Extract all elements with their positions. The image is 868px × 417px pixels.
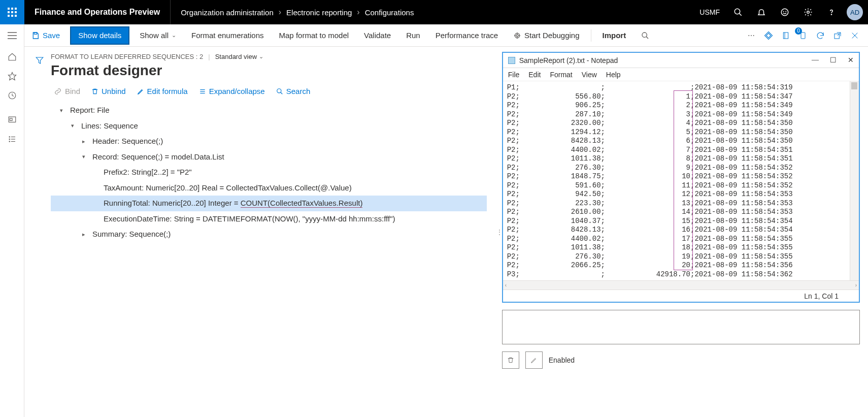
tree-label: Lines: Sequence <box>81 119 138 134</box>
smiley-icon[interactable] <box>775 0 795 24</box>
tree-node-taxamount[interactable]: TaxAmount: Numeric[20..20] Real = Collec… <box>51 180 487 196</box>
toolbar-search-icon[interactable] <box>634 24 656 47</box>
description-textarea[interactable] <box>502 310 860 344</box>
validate-label: Validate <box>364 31 391 40</box>
delete-button[interactable] <box>502 351 519 369</box>
save-icon <box>31 31 40 40</box>
svg-point-3 <box>783 11 784 12</box>
start-debugging-button[interactable]: Start Debugging <box>506 24 586 47</box>
minimize-icon[interactable]: — <box>812 56 819 65</box>
tree-node-report[interactable]: ▾Report: File <box>51 103 487 118</box>
menu-edit[interactable]: Edit <box>528 71 541 79</box>
hamburger-button[interactable] <box>0 24 24 47</box>
tree-node-summary[interactable]: ▸Summary: Sequence(;) <box>51 227 487 242</box>
attachments-icon[interactable]: 0 <box>798 30 808 41</box>
tree-label: Header: Sequence(;) <box>92 134 163 149</box>
filter-icon[interactable] <box>35 56 44 242</box>
search-icon[interactable] <box>728 0 748 24</box>
save-button[interactable]: Save <box>24 24 67 47</box>
unbind-link[interactable]: Unbind <box>91 87 126 95</box>
office-icon[interactable] <box>781 30 791 41</box>
tree-node-header[interactable]: ▸Header: Sequence(;) <box>51 134 487 149</box>
svg-point-32 <box>9 139 10 140</box>
bind-link[interactable]: Bind <box>54 87 80 95</box>
run-label: Run <box>406 31 420 40</box>
divider: | <box>208 53 210 60</box>
more-icon[interactable]: ⋯ <box>746 30 756 41</box>
menu-file[interactable]: File <box>508 71 520 79</box>
edit-button[interactable] <box>525 351 543 369</box>
svg-point-34 <box>9 141 10 142</box>
chevron-down-icon: ⌄ <box>259 53 263 60</box>
breadcrumb-item[interactable]: Configurations <box>365 8 414 17</box>
scrollbar-thumb[interactable] <box>851 82 857 89</box>
show-all-button[interactable]: Show all⌄ <box>132 24 183 47</box>
svg-point-6 <box>831 14 831 15</box>
clock-icon[interactable] <box>7 90 17 101</box>
svg-marker-36 <box>36 57 43 63</box>
badge-count: 0 <box>795 27 802 35</box>
import-button[interactable]: Import <box>595 24 633 47</box>
svg-point-11 <box>516 35 518 37</box>
notepad-text-area[interactable]: P1; ; ;2021-08-09 11:58:54:319 P2; 556.8… <box>503 81 850 280</box>
caret-down-icon: ▾ <box>60 105 66 116</box>
performance-trace-button[interactable]: Performance trace <box>428 24 505 47</box>
avatar[interactable]: AD <box>847 4 863 20</box>
help-icon[interactable] <box>821 0 842 24</box>
home-icon[interactable] <box>7 52 17 62</box>
search-link[interactable]: Search <box>276 87 311 95</box>
svg-point-5 <box>807 11 810 14</box>
caret-right-icon: ▸ <box>82 136 88 147</box>
maximize-icon[interactable]: ☐ <box>830 56 837 65</box>
app-launcher-button[interactable] <box>0 0 24 24</box>
company-label[interactable]: USMF <box>699 8 725 16</box>
pencil-icon <box>530 356 538 364</box>
tree-node-prefix2[interactable]: Prefix2: String[2..2] = "P2" <box>51 165 487 180</box>
vertical-scrollbar[interactable] <box>850 81 859 280</box>
star-icon[interactable] <box>7 71 17 81</box>
notepad-titlebar[interactable]: SampleReport (2).txt - Notepad — ☐ ✕ <box>503 53 859 68</box>
chevron-down-icon: ⌄ <box>172 32 176 39</box>
bell-icon[interactable] <box>751 0 772 24</box>
svg-rect-29 <box>10 118 12 121</box>
view-label: Standard view <box>215 53 257 60</box>
tree-label: Summary: Sequence(;) <box>92 227 171 242</box>
expand-collapse-link[interactable]: Expand/collapse <box>199 87 265 95</box>
diamond-icon[interactable] <box>763 30 774 41</box>
menu-view[interactable]: View <box>582 71 597 79</box>
perf-trace-label: Performance trace <box>436 31 498 40</box>
show-details-button[interactable]: Show details <box>70 26 129 45</box>
designer-toolbar: Bind Unbind Edit formula Expand/collapse… <box>51 87 487 95</box>
workspace-icon[interactable] <box>7 115 17 125</box>
menu-format[interactable]: Format <box>550 71 572 79</box>
breadcrumb: Organization administration › Electronic… <box>171 8 414 17</box>
list-icon[interactable] <box>7 134 17 144</box>
notepad-statusbar: Ln 1, Col 1 <box>503 290 859 302</box>
horizontal-scrollbar[interactable]: ‹› <box>503 280 859 290</box>
breadcrumb-item[interactable]: Electronic reporting <box>286 8 352 17</box>
validate-button[interactable]: Validate <box>357 24 398 47</box>
svg-rect-10 <box>34 33 37 34</box>
popout-icon[interactable] <box>832 30 843 41</box>
close-icon[interactable]: ✕ <box>848 56 854 65</box>
tree-node-lines[interactable]: ▾Lines: Sequence <box>51 118 487 134</box>
view-selector[interactable]: Standard view ⌄ <box>215 53 263 60</box>
menu-help[interactable]: Help <box>606 71 621 79</box>
breadcrumb-item[interactable]: Organization administration <box>181 8 274 17</box>
map-format-button[interactable]: Map format to model <box>272 24 356 47</box>
tree-node-runningtotal[interactable]: RunningTotal: Numeric[20..20] Integer = … <box>51 196 487 211</box>
tree-node-record[interactable]: ▾Record: Sequence(;) = model.Data.List <box>51 149 487 165</box>
debug-icon <box>513 31 521 40</box>
close-icon[interactable] <box>850 30 860 41</box>
search-label: Search <box>286 87 311 95</box>
edit-formula-link[interactable]: Edit formula <box>137 87 188 95</box>
start-debug-label: Start Debugging <box>524 31 579 40</box>
format-enumerations-button[interactable]: Format enumerations <box>184 24 271 47</box>
refresh-icon[interactable] <box>815 30 825 41</box>
svg-point-17 <box>642 33 647 37</box>
gear-icon[interactable] <box>798 0 818 24</box>
pencil-icon <box>137 87 144 95</box>
tree-node-executiondatetime[interactable]: ExecutionDateTime: String = DATETIMEFORM… <box>51 211 487 227</box>
run-button[interactable]: Run <box>399 24 427 47</box>
splitter-handle[interactable]: ⋮ <box>497 47 502 417</box>
